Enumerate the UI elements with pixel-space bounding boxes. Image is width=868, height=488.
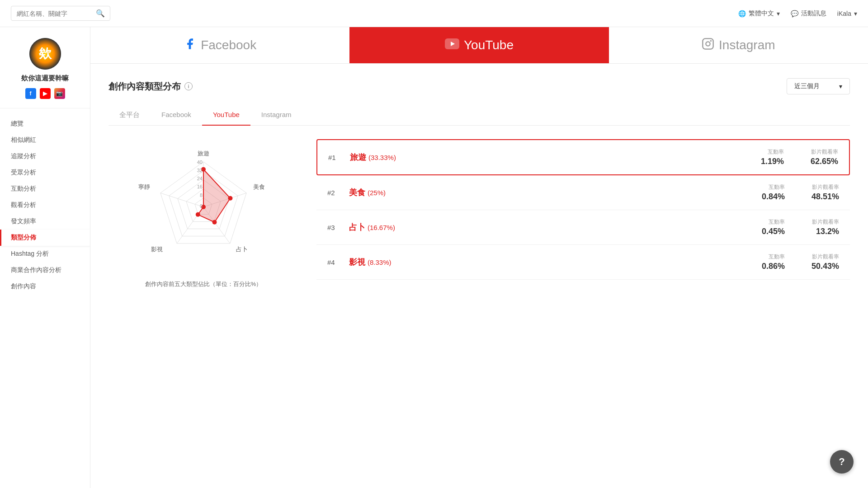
notice-label: 活動訊息 [801, 9, 826, 18]
platform-tabs: Facebook YouTube Instagram [90, 27, 868, 64]
interaction-label-4: 互動率 [769, 253, 785, 261]
svg-point-18 [212, 220, 217, 225]
subtab-instagram[interactable]: Instagram [250, 105, 302, 126]
radar-container: 40 32 24 16 8 0 旅遊 美食 占卜 影視 寧靜 創作內容前五大類型… [108, 139, 298, 288]
interaction-value-1: 1.19% [761, 157, 784, 166]
svg-text:占卜: 占卜 [236, 246, 248, 253]
rank-viewrate-1: 影片觀看率 62.65% [793, 148, 838, 166]
interaction-value-3: 0.45% [762, 227, 785, 236]
period-chevron-icon: ▾ [839, 83, 842, 90]
svg-point-4 [710, 40, 712, 42]
svg-text:16: 16 [197, 184, 203, 189]
rank-name-1: 旅遊 (33.33%) [350, 152, 730, 163]
rank-name-3: 占卜 (16.67%) [349, 222, 731, 233]
rank-pct-2: (25%) [368, 189, 386, 197]
sidebar-item-content[interactable]: 創作內容 [0, 278, 90, 295]
viewrate-value-3: 13.2% [816, 227, 839, 236]
rank-viewrate-4: 影片觀看率 50.43% [794, 253, 839, 271]
sub-tabs: 全平台 Facebook YouTube Instagram [108, 105, 850, 126]
sidebar-item-interaction[interactable]: 互動分析 [0, 181, 90, 197]
svg-text:24: 24 [197, 176, 203, 181]
sidebar-item-category[interactable]: 類型分佈 [0, 230, 90, 246]
content-area: 創作內容類型分布 i 近三個月 ▾ 全平台 Facebook YouTube I… [90, 64, 868, 303]
interaction-label-1: 互動率 [768, 148, 784, 156]
rank-item-1: #1 旅遊 (33.33%) 互動率 1.19% 影片觀看率 62.65% [316, 139, 850, 175]
rank-interaction-1: 互動率 1.19% [739, 148, 784, 166]
rank-item-4: #4 影視 (8.33%) 互動率 0.86% 影片觀看率 50.43% [316, 245, 850, 280]
rank-number-1: #1 [328, 154, 341, 161]
rank-name-2: 美食 (25%) [349, 187, 731, 198]
section-title: 創作內容類型分布 i [108, 80, 193, 93]
subtab-all[interactable]: 全平台 [108, 105, 151, 126]
instagram-tab-icon [702, 38, 714, 53]
sidebar-item-similar[interactable]: 相似網紅 [0, 132, 90, 148]
svg-text:旅遊: 旅遊 [198, 150, 209, 157]
subtab-youtube[interactable]: YouTube [202, 105, 250, 126]
radar-chart: 40 32 24 16 8 0 旅遊 美食 占卜 影視 寧靜 [118, 139, 289, 275]
viewrate-label-4: 影片觀看率 [812, 253, 839, 261]
section-title-text: 創作內容類型分布 [108, 80, 181, 93]
header-left: 🔍 [11, 6, 110, 21]
globe-icon: 🌐 [738, 10, 746, 17]
svg-rect-2 [703, 38, 713, 49]
tab-instagram[interactable]: Instagram [609, 27, 868, 63]
interaction-value-2: 0.84% [762, 192, 785, 202]
sidebar-item-frequency[interactable]: 發文頻率 [0, 213, 90, 230]
info-icon[interactable]: i [184, 82, 193, 90]
svg-text:0: 0 [200, 203, 203, 209]
subtab-facebook[interactable]: Facebook [151, 105, 202, 126]
tab-youtube[interactable]: YouTube [349, 27, 609, 63]
sidebar-item-hashtag[interactable]: Hashtag 分析 [0, 246, 90, 262]
user-label: iKala [837, 10, 851, 17]
rank-pct-1: (33.33%) [368, 154, 396, 161]
help-button[interactable]: ? [830, 450, 854, 474]
sidebar-item-audience[interactable]: 受眾分析 [0, 164, 90, 181]
interaction-label-2: 互動率 [769, 183, 785, 191]
svg-line-14 [160, 193, 203, 207]
avatar: 欸 [29, 38, 61, 70]
tab-facebook[interactable]: Facebook [90, 27, 349, 63]
rank-pct-4: (8.33%) [368, 258, 392, 266]
sidebar-item-view[interactable]: 觀看分析 [0, 197, 90, 213]
search-input[interactable] [17, 10, 96, 17]
nav-section: 總覽 相似網紅 追蹤分析 受眾分析 互動分析 觀看分析 發文頻率 類型分佈 Ha… [0, 108, 90, 302]
svg-text:8: 8 [200, 192, 203, 198]
svg-text:美食: 美食 [253, 183, 265, 190]
sidebar-item-tracking[interactable]: 追蹤分析 [0, 148, 90, 164]
viewrate-value-1: 62.65% [811, 157, 838, 166]
sidebar-item-collab[interactable]: 商業合作內容分析 [0, 262, 90, 278]
viewrate-value-2: 48.51% [811, 192, 839, 202]
viewrate-label-2: 影片觀看率 [812, 183, 839, 191]
user-menu-button[interactable]: iKala ▾ [837, 10, 857, 17]
language-button[interactable]: 🌐 繁體中文 ▾ [738, 9, 780, 18]
svg-text:影視: 影視 [151, 246, 163, 253]
interaction-label-3: 互動率 [769, 218, 785, 226]
social-icons: f ▶ 📷 [25, 88, 65, 99]
header: 🔍 🌐 繁體中文 ▾ 💬 活動訊息 iKala ▾ [0, 0, 868, 27]
rank-interaction-2: 互動率 0.84% [740, 183, 785, 202]
chevron-down-icon: ▾ [777, 10, 780, 17]
notice-button[interactable]: 💬 活動訊息 [791, 9, 826, 18]
facebook-tab-icon [184, 38, 196, 53]
svg-point-17 [228, 196, 232, 201]
rank-name-4: 影視 (8.33%) [349, 257, 731, 267]
svg-point-3 [706, 42, 710, 46]
search-box[interactable]: 🔍 [11, 6, 110, 21]
viewrate-label-3: 影片觀看率 [812, 218, 839, 226]
search-icon: 🔍 [96, 9, 105, 18]
sidebar-item-overview[interactable]: 總覽 [0, 116, 90, 132]
layout: 欸 欸你這週要幹嘛 f ▶ 📷 總覽 相似網紅 追蹤分析 受眾分析 互動分析 觀… [0, 27, 868, 488]
avatar-image: 欸 [29, 38, 61, 70]
rank-number-3: #3 [327, 224, 340, 231]
facebook-social-icon[interactable]: f [25, 88, 36, 99]
period-select[interactable]: 近三個月 ▾ [787, 78, 850, 94]
svg-text:寧靜: 寧靜 [138, 183, 150, 190]
rank-item-2: #2 美食 (25%) 互動率 0.84% 影片觀看率 48.51% [316, 175, 850, 210]
rank-viewrate-2: 影片觀看率 48.51% [794, 183, 839, 202]
instagram-social-icon[interactable]: 📷 [54, 88, 65, 99]
svg-point-19 [196, 212, 200, 217]
youtube-social-icon[interactable]: ▶ [40, 88, 51, 99]
youtube-tab-icon [445, 38, 459, 52]
rank-pct-3: (16.67%) [368, 224, 395, 231]
rank-number-2: #2 [327, 189, 340, 197]
